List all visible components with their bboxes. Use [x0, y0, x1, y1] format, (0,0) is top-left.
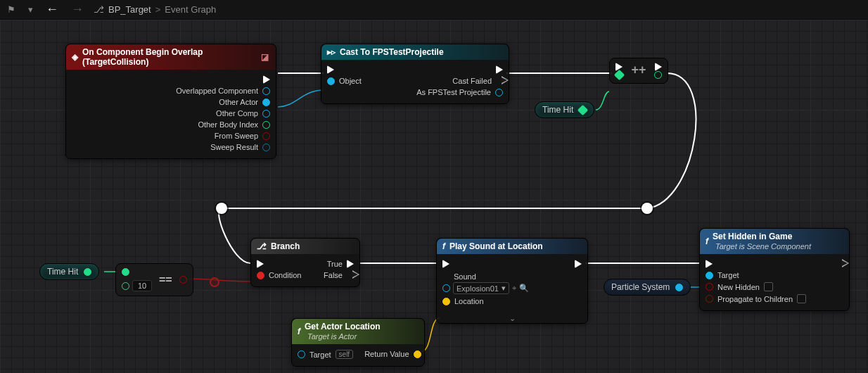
node-header[interactable]: f Set Hidden in Game Target is Scene Com… — [700, 229, 849, 254]
pin-condition[interactable]: Condition — [251, 270, 307, 281]
pin-exec-in[interactable] — [437, 258, 455, 270]
node-subtitle: Target is Scene Component — [715, 242, 811, 251]
node-header[interactable]: ⎇ Branch — [251, 239, 359, 254]
node-header[interactable]: f Play Sound at Location — [437, 239, 587, 254]
event-icon: ◈ — [72, 52, 78, 62]
expand-node-icon[interactable]: ⌄ — [437, 312, 587, 323]
condition-reroute[interactable] — [210, 277, 219, 287]
pin-var-out[interactable] — [84, 268, 91, 276]
pin-return-value[interactable]: Return Value — [359, 348, 426, 360]
pin-exec-in[interactable] — [700, 258, 718, 270]
pin-b[interactable] — [122, 282, 129, 290]
pin-sound[interactable]: Sound Explosion01▾ ⌖ 🔍 — [437, 270, 535, 296]
pin-var-out[interactable] — [675, 284, 683, 291]
pin-var-out[interactable] — [577, 104, 589, 115]
pin-sweep-result[interactable]: Sweep Result — [205, 141, 276, 153]
node-title: Set Hidden in Game — [713, 232, 792, 241]
node-title: Play Sound at Location — [449, 241, 543, 251]
pin-false[interactable]: False — [318, 270, 359, 281]
graph-canvas[interactable]: ◈ On Component Begin Overlap (TargetColl… — [0, 20, 868, 373]
forward-button[interactable]: → — [68, 1, 87, 18]
reroute-right[interactable] — [642, 203, 653, 214]
function-icon: f — [442, 241, 445, 251]
pin-cast-failed[interactable]: Cast Failed — [447, 75, 509, 87]
increment-label: ++ — [631, 63, 646, 77]
node-header[interactable]: ▸▹ Cast To FPSTestProjectile — [321, 44, 509, 60]
pin-target[interactable]: Target — [700, 270, 745, 281]
branch-icon: ⎇ — [257, 241, 267, 251]
pin-target[interactable]: Target self — [292, 348, 359, 360]
new-hidden-checkbox[interactable] — [764, 282, 773, 291]
pin-overlapped-component[interactable]: Overlapped Component — [170, 85, 276, 96]
breadcrumb-graph[interactable]: Event Graph — [165, 4, 216, 15]
variable-time-hit-get[interactable]: Time Hit — [39, 263, 99, 280]
chevron-down-icon: ▾ — [502, 284, 506, 293]
pin-exec-out[interactable] — [257, 74, 276, 85]
toolbar: ⚑ ▾ ← → ⎇ BP_Target > Event Graph — [0, 0, 868, 20]
pin-exec-out[interactable] — [831, 258, 849, 270]
sound-asset-picker[interactable]: Explosion01▾ — [453, 282, 509, 294]
pin-as-projectile[interactable]: As FPSTest Projectile — [411, 87, 509, 98]
browse-icon[interactable]: ⌖ — [512, 284, 516, 293]
node-title: Cast To FPSTestProjectile — [340, 47, 444, 57]
node-equals[interactable]: 10 == — [115, 263, 193, 296]
variable-label: Time Hit — [542, 105, 573, 115]
pin-exec-in[interactable] — [251, 258, 269, 270]
equals-label: == — [159, 274, 172, 286]
variable-particle-system[interactable]: Particle System — [604, 279, 691, 296]
blueprint-icon: ⎇ — [94, 4, 104, 15]
pin-int-in[interactable] — [614, 71, 625, 79]
node-branch[interactable]: ⎇ Branch Condition True False — [250, 238, 360, 287]
pin-true[interactable]: True — [321, 258, 359, 270]
pin-object-in[interactable]: Object — [321, 75, 367, 87]
node-title: Branch — [271, 241, 300, 251]
pin-other-actor[interactable]: Other Actor — [213, 96, 276, 108]
pin-other-body-index[interactable]: Other Body Index — [192, 119, 276, 130]
pin-exec-in[interactable] — [321, 64, 340, 75]
function-icon: f — [298, 327, 300, 336]
bookmark-icon[interactable]: ⚑ — [4, 3, 18, 16]
pin-location[interactable]: Location — [437, 296, 490, 307]
pin-exec-out[interactable] — [490, 64, 509, 75]
pin-a[interactable] — [122, 268, 129, 276]
pin-exec-out[interactable] — [569, 258, 587, 270]
propagate-checkbox[interactable] — [797, 294, 806, 303]
node-play-sound[interactable]: f Play Sound at Location Sound Explosion… — [436, 238, 588, 324]
pin-propagate[interactable]: Propagate to Children — [700, 293, 812, 305]
pin-int-out[interactable] — [653, 71, 663, 79]
variable-label: Particle System — [611, 282, 670, 292]
breadcrumb-blueprint[interactable]: BP_Target — [108, 4, 151, 15]
bookmark-dropdown-icon[interactable]: ▾ — [25, 3, 36, 16]
pin-new-hidden[interactable]: New Hidden — [700, 281, 779, 293]
literal-input[interactable]: 10 — [132, 280, 152, 291]
node-overlap-event[interactable]: ◈ On Component Begin Overlap (TargetColl… — [65, 44, 276, 159]
back-button[interactable]: ← — [43, 1, 61, 18]
pin-result[interactable] — [179, 276, 187, 284]
node-title: On Component Begin Overlap (TargetCollis… — [82, 47, 255, 67]
reroute-left[interactable] — [216, 203, 227, 214]
pin-exec-out[interactable] — [653, 63, 663, 71]
node-cast[interactable]: ▸▹ Cast To FPSTestProjectile Object Cast… — [321, 44, 509, 104]
self-literal: self — [336, 350, 354, 359]
breadcrumb-separator: > — [155, 4, 161, 15]
variable-label: Time Hit — [47, 267, 78, 277]
node-set-hidden[interactable]: f Set Hidden in Game Target is Scene Com… — [699, 228, 850, 311]
variable-time-hit-ref[interactable]: Time Hit — [535, 101, 594, 118]
node-delegate-icon[interactable]: ◪ — [260, 52, 270, 62]
pin-other-comp[interactable]: Other Comp — [210, 108, 276, 119]
breadcrumb: ⎇ BP_Target > Event Graph — [94, 4, 216, 15]
node-increment[interactable]: ++ — [609, 58, 668, 84]
node-header[interactable]: ◈ On Component Begin Overlap (TargetColl… — [66, 44, 276, 70]
function-icon: f — [706, 236, 708, 246]
cast-icon: ▸▹ — [327, 47, 336, 57]
search-icon[interactable]: 🔍 — [519, 284, 529, 293]
node-header[interactable]: f Get Actor Location Target is Actor — [292, 319, 424, 344]
node-subtitle: Target is Actor — [307, 332, 357, 341]
node-get-actor-location[interactable]: f Get Actor Location Target is Actor Tar… — [291, 318, 425, 367]
node-title: Get Actor Location — [305, 322, 381, 331]
pin-from-sweep[interactable]: From Sweep — [209, 130, 276, 141]
